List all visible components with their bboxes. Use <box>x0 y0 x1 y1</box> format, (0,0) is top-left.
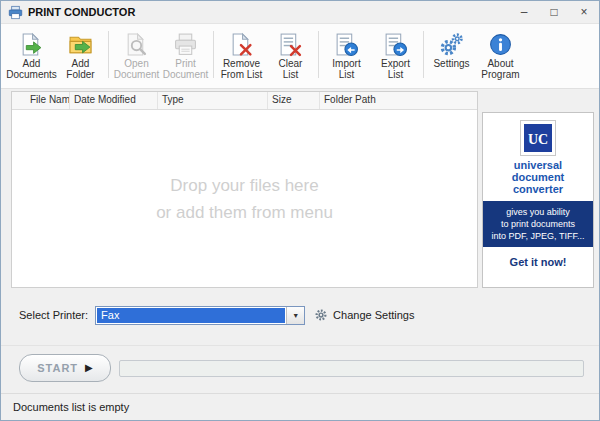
button-label: Folder <box>66 69 94 80</box>
svg-text:UC: UC <box>528 132 548 147</box>
column-header-type[interactable]: Type <box>158 92 268 109</box>
list-header: File Name Date Modified Type Size Folder… <box>12 92 477 110</box>
button-label: About <box>487 58 513 69</box>
drop-hint-line-2: or add them from menu <box>156 199 333 226</box>
ad-pitch-line-2: to print documents <box>485 218 591 230</box>
open-document-icon <box>124 30 149 58</box>
button-label: Document <box>163 69 209 80</box>
ad-pitch-line-1: gives you ability <box>485 206 591 218</box>
toolbar-separator <box>108 31 109 78</box>
about-program-icon <box>488 30 513 58</box>
udc-logo-icon: UC <box>520 120 556 156</box>
printer-select[interactable]: Fax ▼ <box>95 306 305 325</box>
remove-from-list-icon <box>229 30 254 58</box>
button-label: Export <box>381 58 410 69</box>
title-bar: PRINT CONDUCTOR – □ × <box>1 1 599 23</box>
export-list-icon <box>383 30 408 58</box>
button-label: From List <box>221 69 263 80</box>
print-conductor-window: PRINT CONDUCTOR – □ × Add Documents <box>0 0 600 421</box>
button-label: Print <box>175 58 196 69</box>
chevron-down-icon[interactable]: ▼ <box>286 307 304 324</box>
status-text: Documents list is empty <box>13 401 129 413</box>
button-label: Settings <box>433 58 469 69</box>
gear-icon <box>314 308 328 322</box>
remove-from-list-button[interactable]: Remove From List <box>217 27 266 88</box>
divider <box>1 345 599 346</box>
window-title: PRINT CONDUCTOR <box>28 6 135 18</box>
clear-list-icon <box>278 30 303 58</box>
settings-button[interactable]: Settings <box>427 27 476 88</box>
column-header-date-modified[interactable]: Date Modified <box>70 92 158 109</box>
button-label: Clear <box>279 58 303 69</box>
import-list-button[interactable]: Import List <box>322 27 371 88</box>
printer-app-icon <box>8 5 23 20</box>
open-document-button[interactable]: Open Document <box>112 27 161 88</box>
button-label: Document <box>114 69 160 80</box>
start-button[interactable]: START ▶ <box>19 354 111 382</box>
printer-row: Select Printer: Fax ▼ Change Settings <box>1 304 599 326</box>
select-printer-label: Select Printer: <box>19 309 88 321</box>
universal-document-converter-ad[interactable]: UC universal document converter gives yo… <box>482 112 594 288</box>
ad-pitch-text: gives you ability to print documents int… <box>483 201 593 247</box>
button-label: Open <box>124 58 148 69</box>
button-label: List <box>283 69 299 80</box>
ad-pitch-line-3: into PDF, JPEG, TIFF... <box>485 230 591 242</box>
column-header-size[interactable]: Size <box>268 92 320 109</box>
toolbar: Add Documents Add Folder <box>1 23 599 89</box>
add-documents-icon <box>19 30 44 58</box>
import-list-icon <box>334 30 359 58</box>
print-document-button[interactable]: Print Document <box>161 27 210 88</box>
drop-hint-line-1: Drop your files here <box>170 172 318 199</box>
start-row: START ▶ <box>1 353 599 383</box>
printer-selected-value: Fax <box>97 308 285 323</box>
button-label: List <box>388 69 404 80</box>
add-documents-button[interactable]: Add Documents <box>7 27 56 88</box>
about-program-button[interactable]: About Program <box>476 27 525 88</box>
maximize-button[interactable]: □ <box>539 1 569 23</box>
button-label: List <box>339 69 355 80</box>
change-settings-label: Change Settings <box>333 309 414 321</box>
drop-zone[interactable]: Drop your files here or add them from me… <box>12 110 477 287</box>
get-it-now-link[interactable]: Get it now! <box>483 256 593 268</box>
add-folder-button[interactable]: Add Folder <box>56 27 105 88</box>
progress-bar <box>119 360 584 377</box>
button-label: Program <box>481 69 519 80</box>
play-icon: ▶ <box>85 363 93 373</box>
document-list: File Name Date Modified Type Size Folder… <box>11 91 478 288</box>
clear-list-button[interactable]: Clear List <box>266 27 315 88</box>
button-label: Add <box>72 58 90 69</box>
status-bar: Documents list is empty <box>1 393 599 420</box>
start-button-label: START <box>37 362 78 374</box>
settings-icon <box>439 30 464 58</box>
export-list-button[interactable]: Export List <box>371 27 420 88</box>
toolbar-separator <box>318 31 319 78</box>
add-folder-icon <box>68 30 93 58</box>
print-document-icon <box>173 30 198 58</box>
button-label: Remove <box>223 58 260 69</box>
column-header-file-name[interactable]: File Name <box>12 92 70 109</box>
column-header-folder-path[interactable]: Folder Path <box>320 92 477 109</box>
toolbar-separator <box>423 31 424 78</box>
button-label: Import <box>332 58 360 69</box>
close-button[interactable]: × <box>569 1 599 23</box>
toolbar-separator <box>213 31 214 78</box>
ad-brand-text: universal document converter <box>483 159 593 195</box>
change-settings-link[interactable]: Change Settings <box>314 308 414 322</box>
minimize-button[interactable]: – <box>509 1 539 23</box>
button-label: Documents <box>6 69 57 80</box>
button-label: Add <box>23 58 41 69</box>
